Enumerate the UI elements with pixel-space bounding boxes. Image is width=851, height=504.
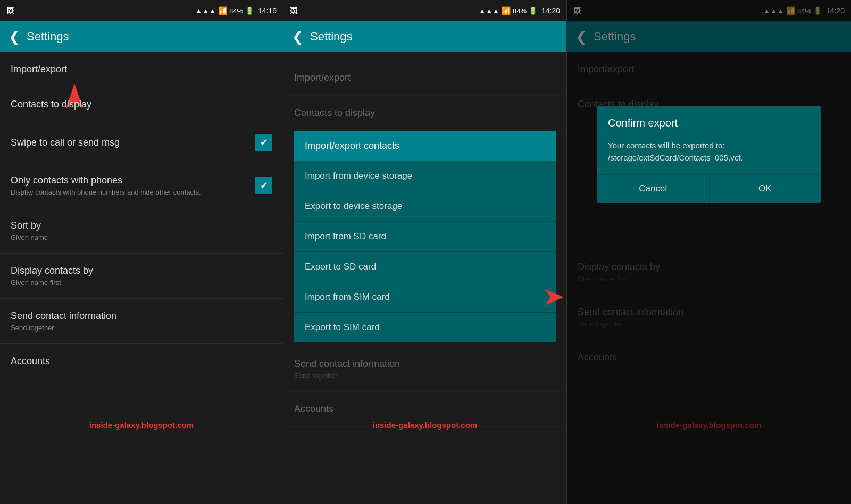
export-device-item-2[interactable]: Export to device storage xyxy=(294,191,556,222)
export-sim-item-2[interactable]: Export to SIM card xyxy=(294,313,556,342)
accounts-item-1[interactable]: Accounts xyxy=(0,344,283,379)
content-2: Import/export Contacts to display Import… xyxy=(283,52,566,504)
time-2: 14:20 xyxy=(541,6,560,15)
contacts-display-item-1[interactable]: Contacts to display xyxy=(0,87,283,122)
status-right-1: ▲▲▲ 📶 84% 🔋 14:19 xyxy=(195,6,277,15)
sort-by-subtitle-1: Given name xyxy=(11,233,272,241)
back-button-2[interactable]: ❮ xyxy=(292,29,304,45)
signal-icon-2: ▲▲▲ xyxy=(479,7,499,15)
signal-icon-1: ▲▲▲ xyxy=(195,7,216,15)
toolbar-1: ❮ Settings xyxy=(0,21,283,52)
display-by-subtitle-1: Given name first xyxy=(11,279,272,287)
only-phones-left-1: Only contacts with phones Display contac… xyxy=(11,175,255,196)
status-bar-1: 🖼 ▲▲▲ 📶 84% 🔋 14:19 xyxy=(0,0,283,21)
swipe-call-title-1: Swipe to call or send msg xyxy=(11,137,120,148)
wifi-icon-1: 📶 xyxy=(218,6,227,15)
sort-by-item-1[interactable]: Sort by Given name xyxy=(0,208,283,254)
send-info-title-1: Send contact information xyxy=(11,310,116,321)
import-export-item-1[interactable]: Import/export xyxy=(0,52,283,87)
cursor-arrow-2 xyxy=(535,287,566,310)
toolbar-title-1: Settings xyxy=(27,30,69,44)
send-info-item-1[interactable]: Send contact information Send together xyxy=(0,299,283,344)
cancel-button-3[interactable]: Cancel xyxy=(597,175,710,203)
contacts-display-title-1: Contacts to display xyxy=(11,99,91,110)
photo-icon-2: 🖼 xyxy=(290,6,297,15)
import-sd-item-2[interactable]: Import from SD card xyxy=(294,222,556,252)
battery-icon-1: 🔋 xyxy=(245,7,254,15)
send-info-subtitle-1: Send together xyxy=(11,324,272,332)
contacts-display-bg-title-2: Contacts to display xyxy=(294,107,375,118)
only-phones-subtitle-1: Display contacts with phone numbers and … xyxy=(11,188,255,196)
dialog-buttons-3: Cancel OK xyxy=(597,174,821,203)
dropdown-menu-2: Import/export contacts Import from devic… xyxy=(294,131,556,342)
export-sd-item-2[interactable]: Export to SD card xyxy=(294,252,556,282)
swipe-call-checkbox-1[interactable]: ✔ xyxy=(255,134,272,151)
import-device-item-2[interactable]: Import from device storage xyxy=(294,161,556,191)
accounts-title-1: Accounts xyxy=(11,356,50,366)
sort-by-title-1: Sort by xyxy=(11,220,41,231)
ok-button-3[interactable]: OK xyxy=(710,175,821,203)
display-by-title-1: Display contacts by xyxy=(11,265,93,276)
time-1: 14:19 xyxy=(258,6,277,15)
battery-icon-2: 🔋 xyxy=(529,7,537,15)
dropdown-header-2: Import/export contacts xyxy=(294,131,556,161)
accounts-bg-2: Accounts xyxy=(283,392,566,427)
swipe-call-item-1[interactable]: Swipe to call or send msg ✔ xyxy=(0,122,283,163)
status-left-2: 🖼 xyxy=(290,6,297,15)
send-info-bg-2: Send contact information Send together xyxy=(283,347,566,392)
import-sim-item-2[interactable]: Import from SIM card xyxy=(294,282,556,313)
send-info-bg-title-2: Send contact information xyxy=(294,358,400,369)
battery-text-2: 84% xyxy=(513,7,527,15)
contacts-display-bg-2: Contacts to display xyxy=(283,96,566,131)
photo-icon-1: 🖼 xyxy=(6,6,14,15)
toolbar-2: ❮ Settings xyxy=(283,21,566,52)
only-phones-item-1[interactable]: Only contacts with phones Display contac… xyxy=(0,163,283,208)
battery-text-1: 84% xyxy=(229,7,243,15)
accounts-bg-title-2: Accounts xyxy=(294,404,333,414)
panel-1: 🖼 ▲▲▲ 📶 84% 🔋 14:19 ❮ Settings Import/ex… xyxy=(0,0,283,504)
display-by-item-1[interactable]: Display contacts by Given name first xyxy=(0,254,283,299)
wifi-icon-2: 📶 xyxy=(502,6,511,15)
dialog-title-3: Confirm export xyxy=(597,106,821,136)
status-right-2: ▲▲▲ 📶 84% 🔋 14:20 xyxy=(479,6,560,15)
import-sim-label-2: Import from SIM card xyxy=(305,292,390,302)
send-info-bg-subtitle-2: Send together xyxy=(294,372,556,380)
import-export-title-1: Import/export xyxy=(11,64,67,74)
only-phones-title-1: Only contacts with phones xyxy=(11,175,122,186)
import-export-bg-title-2: Import/export xyxy=(294,72,351,83)
only-phones-checkbox-1[interactable]: ✔ xyxy=(255,177,272,194)
content-1: Import/export Contacts to display Swipe … xyxy=(0,52,283,504)
bottom-items-2: Send contact information Send together A… xyxy=(283,347,566,427)
svg-marker-1 xyxy=(545,289,564,305)
toolbar-title-2: Settings xyxy=(310,30,353,44)
swipe-call-left-1: Swipe to call or send msg xyxy=(11,137,255,148)
status-bar-2: 🖼 ▲▲▲ 📶 84% 🔋 14:20 xyxy=(283,0,566,21)
panel-3: 🖼 ▲▲▲ 📶 84% 🔋 14:20 ❮ Settings Import/ex… xyxy=(567,0,851,504)
import-export-bg-2: Import/export xyxy=(283,61,566,96)
confirm-export-dialog-3: Confirm export Your contacts will be exp… xyxy=(597,106,821,203)
back-button-1[interactable]: ❮ xyxy=(9,29,20,45)
dialog-content-3: Your contacts will be exported to: /stor… xyxy=(597,136,821,174)
dialog-overlay-3: Confirm export Your contacts will be exp… xyxy=(567,0,851,504)
status-left-1: 🖼 xyxy=(6,6,14,15)
panel-2: 🖼 ▲▲▲ 📶 84% 🔋 14:20 ❮ Settings Import/ex… xyxy=(283,0,567,504)
